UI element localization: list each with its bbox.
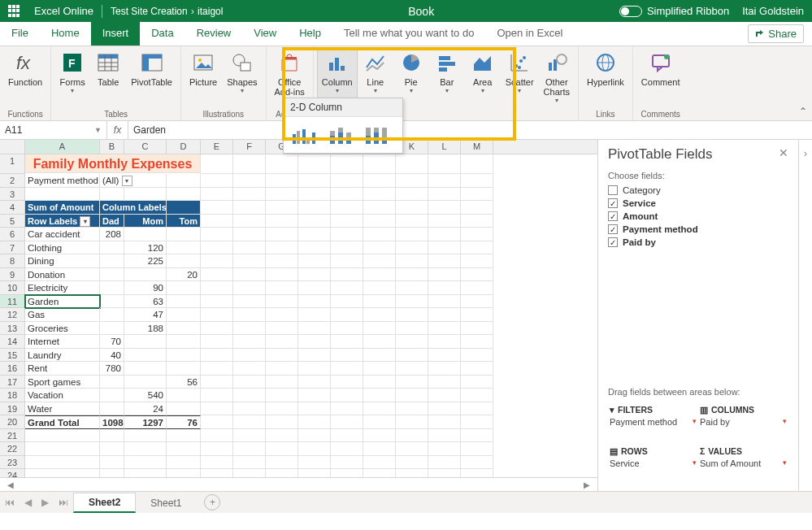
cell[interactable]	[298, 241, 331, 255]
cell[interactable]	[298, 376, 331, 389]
cell[interactable]	[298, 188, 331, 202]
cell[interactable]	[428, 429, 461, 443]
cell[interactable]	[233, 308, 266, 322]
cell[interactable]	[124, 349, 167, 363]
cell[interactable]	[363, 335, 396, 349]
cell[interactable]	[331, 456, 363, 470]
cell[interactable]	[428, 389, 461, 402]
cell[interactable]	[461, 295, 493, 309]
user-name[interactable]: Itai Goldstein	[742, 5, 804, 17]
scroll-left-icon[interactable]: ◀	[5, 480, 16, 489]
cell[interactable]	[396, 362, 428, 376]
cell[interactable]	[201, 322, 233, 336]
cell[interactable]	[396, 402, 428, 416]
row-header[interactable]: 4	[0, 201, 25, 215]
cell[interactable]	[461, 442, 493, 456]
share-button[interactable]: Share	[748, 24, 804, 43]
cell[interactable]	[100, 456, 124, 470]
cell[interactable]	[298, 442, 331, 456]
cell[interactable]	[167, 362, 201, 376]
book-title[interactable]: Book	[223, 5, 619, 18]
cell[interactable]	[100, 188, 124, 202]
cell[interactable]	[100, 268, 124, 282]
cell[interactable]: Electricity	[25, 281, 100, 295]
tab-help[interactable]: Help	[288, 22, 332, 46]
cell[interactable]: 76	[167, 415, 201, 429]
row-header[interactable]: 9	[0, 268, 25, 282]
cell[interactable]: Grand Total	[25, 415, 100, 429]
cell[interactable]	[233, 201, 266, 215]
cell[interactable]	[266, 308, 298, 322]
cell[interactable]	[298, 308, 331, 322]
collapse-ribbon-icon[interactable]: ⌃	[799, 106, 807, 117]
cell[interactable]	[25, 469, 100, 477]
cell[interactable]	[266, 456, 298, 470]
cell[interactable]	[233, 456, 266, 470]
cell[interactable]	[331, 469, 363, 477]
app-launcher-icon[interactable]	[8, 5, 21, 18]
hyperlink-button[interactable]: Hyperlink	[582, 48, 629, 108]
cell[interactable]	[331, 215, 363, 228]
cell[interactable]	[167, 322, 201, 336]
cell[interactable]	[461, 215, 493, 228]
cell[interactable]: Family Monthly Expenses	[25, 154, 201, 173]
cell[interactable]	[428, 228, 461, 241]
cell[interactable]	[331, 429, 363, 443]
cell[interactable]: Sum of Amount	[25, 201, 100, 215]
cell[interactable]	[396, 308, 428, 322]
cell[interactable]	[167, 389, 201, 402]
cell[interactable]	[201, 281, 233, 295]
cell[interactable]	[201, 429, 233, 443]
cell[interactable]	[396, 174, 428, 188]
cell[interactable]	[363, 281, 396, 295]
cell[interactable]	[461, 415, 493, 429]
cell[interactable]	[461, 322, 493, 336]
cell[interactable]	[233, 254, 266, 268]
column-header-D[interactable]: D	[167, 140, 201, 154]
sheet-nav-last-icon[interactable]: ⏭	[54, 497, 73, 508]
cell[interactable]	[363, 215, 396, 228]
cell[interactable]	[201, 469, 233, 477]
cell[interactable]	[298, 201, 331, 215]
column-header-E[interactable]: E	[201, 140, 233, 154]
cell[interactable]: 63	[124, 295, 167, 309]
sheet-tab-sheet2[interactable]: Sheet2	[73, 493, 136, 513]
cell[interactable]	[167, 456, 201, 470]
cell[interactable]	[201, 268, 233, 282]
cell[interactable]	[266, 228, 298, 241]
cell[interactable]	[428, 154, 461, 174]
cell[interactable]	[428, 188, 461, 202]
cell[interactable]	[298, 295, 331, 309]
field-checkbox[interactable]: Payment method	[608, 223, 788, 236]
cell[interactable]	[363, 201, 396, 215]
function-button[interactable]: fx Function	[3, 48, 47, 108]
sheet-nav-first-icon[interactable]: ⏮	[0, 497, 20, 508]
cell[interactable]	[461, 254, 493, 268]
cell[interactable]	[100, 389, 124, 402]
cell[interactable]	[233, 154, 266, 174]
row-header[interactable]: 17	[0, 376, 25, 389]
cell[interactable]	[461, 188, 493, 202]
cell[interactable]	[331, 362, 363, 376]
cell[interactable]	[331, 376, 363, 389]
cell[interactable]	[233, 215, 266, 228]
cell[interactable]	[331, 241, 363, 255]
cell[interactable]	[201, 415, 233, 429]
cell[interactable]	[461, 389, 493, 402]
cell[interactable]	[167, 201, 201, 215]
cell[interactable]	[428, 376, 461, 389]
column-header-C[interactable]: C	[124, 140, 167, 154]
cell[interactable]	[331, 154, 363, 174]
fx-icon[interactable]: fx	[107, 121, 128, 139]
cell[interactable]	[167, 228, 201, 241]
cell[interactable]	[233, 469, 266, 477]
cell[interactable]	[201, 442, 233, 456]
cell[interactable]	[298, 335, 331, 349]
cell[interactable]	[201, 362, 233, 376]
cell[interactable]: 780	[100, 362, 124, 376]
cell[interactable]	[396, 154, 428, 174]
cell[interactable]	[266, 402, 298, 416]
cell[interactable]	[298, 174, 331, 188]
cell[interactable]	[233, 415, 266, 429]
comment-button[interactable]: Comment	[636, 48, 685, 108]
